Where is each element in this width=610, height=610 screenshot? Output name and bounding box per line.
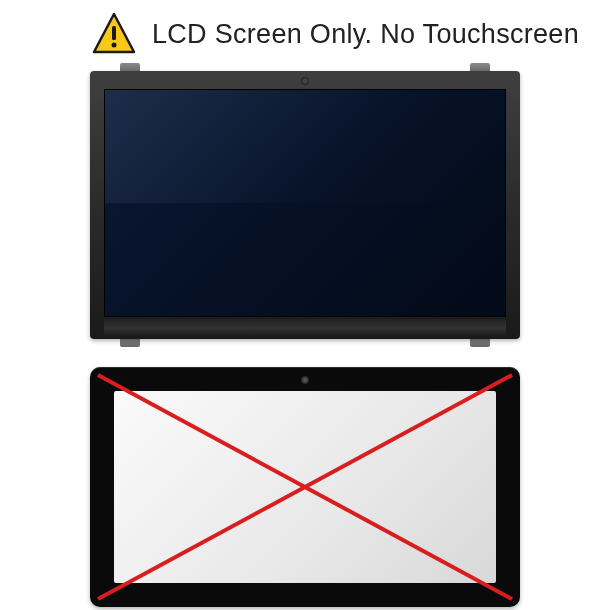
- lcd-screen-image: [90, 71, 520, 339]
- touchscreen-bezel: [90, 367, 520, 607]
- header-row: LCD Screen Only. No Touchscreen: [0, 0, 610, 63]
- header-text: LCD Screen Only. No Touchscreen: [152, 19, 579, 50]
- svg-point-1: [112, 43, 117, 48]
- lcd-bezel: [90, 71, 520, 339]
- screen-reflection: [105, 90, 505, 203]
- lcd-panel: [104, 89, 506, 317]
- touchscreen-image: [90, 367, 520, 607]
- touchscreen-glass: [114, 391, 496, 583]
- lcd-bottom-strip: [104, 319, 506, 337]
- svg-rect-0: [112, 26, 116, 40]
- warning-triangle-icon: [90, 10, 138, 58]
